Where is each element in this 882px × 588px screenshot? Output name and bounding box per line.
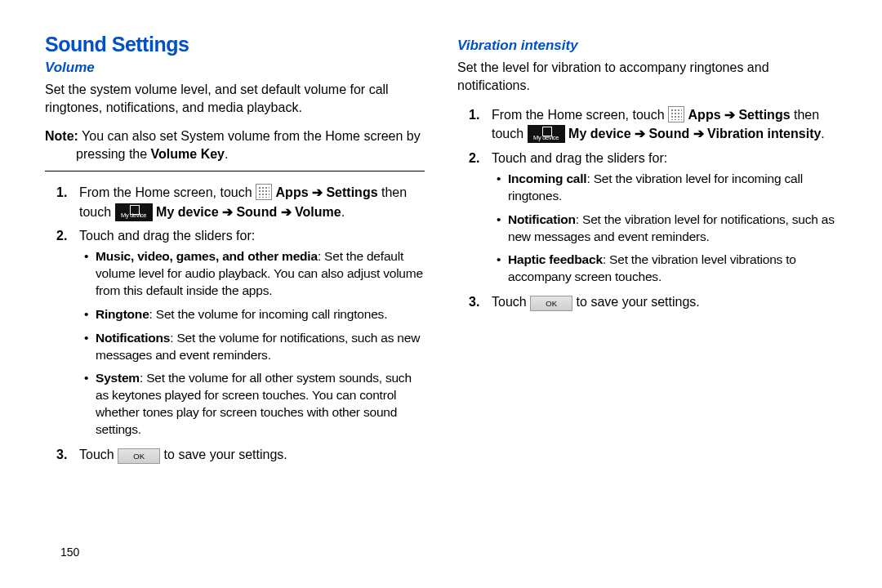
manual-page: Sound Settings Volume Set the system vol… (0, 0, 882, 485)
bullet-notification-label: Notification (508, 212, 576, 226)
page-title: Sound Settings (45, 33, 425, 56)
vib-step-2: Touch and drag the sliders for: Incoming… (492, 149, 837, 287)
bullet-incoming-label: Incoming call (508, 172, 586, 185)
volume-steps: From the Home screen, touch Apps ➔ Setti… (45, 183, 425, 464)
bullet-haptic: Haptic feedback: Set the vibration level… (508, 252, 837, 286)
note-text: You can also set System volume from the … (76, 129, 421, 161)
step1-bold-b: Apps ➔ Settings (276, 185, 378, 199)
step3-text-c: to save your settings. (164, 448, 287, 461)
vib-step2-text: Touch and drag the sliders for: (492, 151, 667, 165)
divider (45, 171, 425, 172)
bullet-system-text: : Set the volume for all other system so… (96, 371, 412, 436)
my-device-icon (528, 125, 565, 143)
apps-icon (256, 184, 272, 200)
bullet-music-label: Music, video, games, and other media (96, 249, 318, 263)
vib-step3-text-c: to save your settings. (577, 295, 700, 309)
subheading-volume: Volume (45, 60, 425, 76)
step1-text-a: From the Home screen, touch (79, 185, 256, 199)
left-column: Sound Settings Volume Set the system vol… (45, 33, 425, 469)
vib-step-1: From the Home screen, touch Apps ➔ Setti… (492, 105, 837, 143)
step3-text-a: Touch (79, 448, 118, 461)
volume-bullets: Music, video, games, and other media: Se… (79, 248, 425, 439)
note-label: Note: (45, 129, 78, 143)
bullet-incoming: Incoming call: Set the vibration level f… (508, 171, 837, 205)
vib-step1-bold-b: Apps ➔ Settings (688, 108, 791, 122)
bullet-ringtone-label: Ringtone (96, 307, 149, 321)
bullet-music: Music, video, games, and other media: Se… (96, 248, 425, 300)
ok-button-icon: OK (530, 296, 572, 311)
vibration-intro: Set the level for vibration to accompany… (457, 59, 837, 94)
volume-intro: Set the system volume level, and set def… (45, 81, 425, 116)
bullet-system-label: System (96, 371, 140, 385)
bullet-haptic-label: Haptic feedback (508, 252, 603, 266)
subheading-vibration: Vibration intensity (457, 38, 837, 54)
apps-icon (668, 106, 684, 122)
bullet-notifications-label: Notifications (96, 331, 170, 345)
step1-bold-d: My device ➔ Sound ➔ Volume (156, 205, 341, 219)
bullet-ringtone: Ringtone: Set the volume for incoming ca… (96, 306, 425, 323)
step-2: Touch and drag the sliders for: Music, v… (79, 226, 425, 439)
vib-step1-bold-d: My device ➔ Sound ➔ Vibration intensity (568, 127, 821, 140)
note-paragraph: Note: You can also set System volume fro… (45, 127, 425, 163)
step-1: From the Home screen, touch Apps ➔ Setti… (79, 183, 425, 220)
right-column: Vibration intensity Set the level for vi… (457, 33, 837, 469)
bullet-system: System: Set the volume for all other sys… (96, 370, 425, 439)
vibration-steps: From the Home screen, touch Apps ➔ Setti… (457, 105, 837, 311)
step2-text: Touch and drag the sliders for: (79, 229, 255, 243)
bullet-ringtone-text: : Set the volume for incoming call ringt… (149, 307, 388, 321)
vib-step3-text-a: Touch (492, 295, 530, 309)
note-bold: Volume Key (151, 147, 225, 161)
step-3: Touch OK to save your settings. (79, 445, 425, 464)
page-number: 150 (60, 546, 79, 559)
vibration-bullets: Incoming call: Set the vibration level f… (492, 171, 837, 287)
ok-button-icon: OK (118, 448, 160, 464)
my-device-icon (115, 203, 153, 221)
bullet-notification: Notification: Set the vibration level fo… (508, 212, 837, 246)
vib-step-3: Touch OK to save your settings. (492, 292, 837, 311)
vib-step1-text-a: From the Home screen, touch (492, 108, 668, 122)
bullet-notifications: Notifications: Set the volume for notifi… (96, 330, 425, 364)
